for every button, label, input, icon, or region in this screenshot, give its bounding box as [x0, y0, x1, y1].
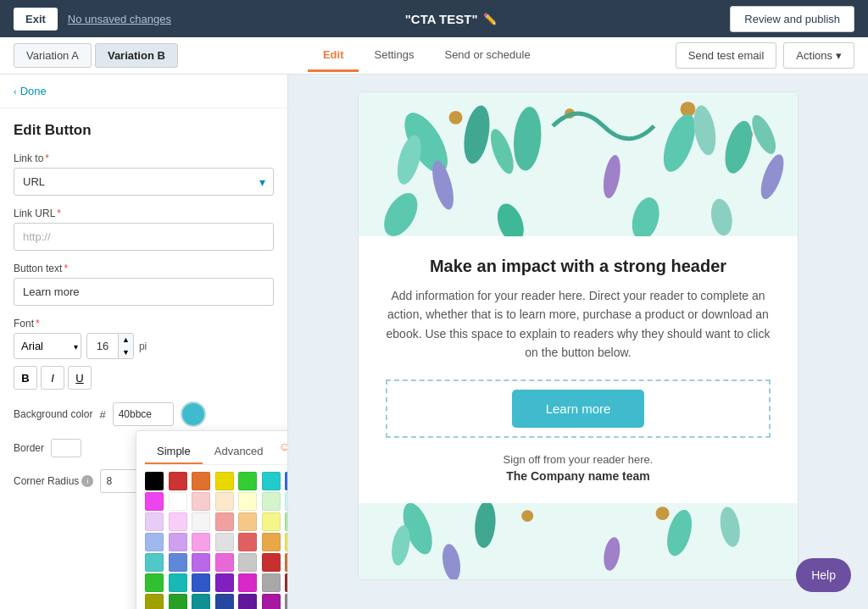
color-cell[interactable] — [238, 594, 257, 609]
color-cell[interactable] — [215, 472, 234, 490]
color-cell[interactable] — [238, 512, 257, 531]
variation-a-tab[interactable]: Variation A — [14, 43, 92, 68]
color-cell[interactable] — [145, 573, 164, 592]
svg-point-6 — [449, 111, 463, 125]
color-cell[interactable] — [169, 492, 187, 511]
font-size-down[interactable]: ▼ — [119, 346, 133, 359]
cta-button[interactable]: Learn more — [512, 390, 645, 428]
signoff-text: Sign off from your reader here. — [386, 453, 771, 466]
color-cell[interactable] — [215, 492, 234, 511]
color-cell[interactable] — [169, 533, 187, 551]
color-cell[interactable] — [215, 553, 234, 572]
color-cell[interactable] — [285, 472, 288, 490]
color-cell[interactable] — [262, 594, 281, 609]
picker-tab-simple[interactable]: Simple — [145, 440, 203, 464]
color-cell[interactable] — [169, 573, 187, 592]
font-size-up[interactable]: ▲ — [119, 334, 133, 346]
help-button[interactable]: Help — [796, 558, 851, 592]
color-cell[interactable] — [262, 492, 281, 511]
color-cell[interactable] — [145, 472, 164, 490]
exit-button[interactable]: Exit — [14, 8, 58, 30]
link-to-group: Link to * URL ▾ — [14, 152, 274, 196]
review-publish-button[interactable]: Review and publish — [730, 6, 854, 32]
variation-tabs: Variation A Variation B — [14, 43, 178, 68]
color-cell[interactable] — [169, 472, 187, 490]
actions-button[interactable]: Actions ▾ — [783, 42, 854, 69]
color-cell[interactable] — [262, 573, 281, 592]
color-cell[interactable] — [285, 573, 288, 592]
tab-edit[interactable]: Edit — [308, 40, 359, 72]
color-cell[interactable] — [169, 512, 187, 531]
color-cell[interactable] — [238, 533, 257, 551]
color-cell[interactable] — [192, 512, 210, 531]
color-cell[interactable] — [192, 492, 210, 511]
done-link[interactable]: ‹ Done — [0, 75, 287, 108]
font-select-wrap: Arial ▾ — [14, 333, 81, 359]
font-size-wrap: ▲ ▼ — [86, 333, 134, 359]
font-size-input[interactable] — [86, 333, 119, 359]
color-hex-input[interactable] — [113, 402, 174, 426]
color-cell[interactable] — [262, 472, 281, 490]
preview-headline: Make an impact with a strong header — [386, 257, 771, 276]
edit-title-icon[interactable]: ✏️ — [483, 13, 497, 25]
color-cell[interactable] — [192, 553, 210, 572]
color-cell[interactable] — [238, 553, 257, 572]
color-cell[interactable] — [285, 512, 288, 531]
color-cell[interactable] — [192, 472, 210, 490]
footer-illustration — [359, 503, 798, 579]
preview-body: Make an impact with a strong header Add … — [359, 236, 798, 503]
italic-button[interactable]: I — [41, 366, 64, 390]
variation-b-tab[interactable]: Variation B — [95, 43, 178, 68]
svg-point-25 — [521, 510, 533, 522]
button-text-group: Button text * — [14, 263, 274, 306]
secondary-bar-right: Send test email Actions ▾ — [676, 42, 854, 69]
button-text-input[interactable] — [14, 278, 274, 306]
tab-settings[interactable]: Settings — [359, 40, 429, 72]
color-cell[interactable] — [215, 573, 234, 592]
color-cell[interactable] — [285, 553, 288, 572]
cta-button-wrap: Learn more — [386, 379, 771, 438]
color-cell[interactable] — [238, 492, 257, 511]
secondary-bar: Variation A Variation B Edit Settings Se… — [0, 37, 868, 75]
picker-tab-advanced[interactable]: Advanced — [203, 440, 275, 464]
send-test-email-button[interactable]: Send test email — [676, 42, 777, 69]
info-icon: i — [81, 475, 93, 487]
color-cell[interactable] — [192, 594, 210, 609]
color-cell[interactable] — [238, 573, 257, 592]
tab-send-or-schedule[interactable]: Send or schedule — [429, 40, 545, 72]
color-cell[interactable] — [285, 492, 288, 511]
color-cell[interactable] — [145, 594, 164, 609]
color-cell[interactable] — [169, 553, 187, 572]
chevron-left-icon: ‹ — [14, 86, 17, 97]
link-url-input[interactable] — [14, 223, 274, 251]
picker-tabs: Simple Advanced ☺ — [145, 440, 288, 465]
color-cell[interactable] — [238, 472, 257, 490]
color-cell[interactable] — [169, 594, 187, 609]
bold-button[interactable]: B — [14, 366, 37, 390]
company-name: The Company name team — [386, 469, 771, 483]
font-select[interactable]: Arial — [14, 333, 81, 359]
color-circle[interactable] — [181, 401, 206, 427]
color-cell[interactable] — [215, 512, 234, 531]
color-cell[interactable] — [145, 492, 164, 511]
unsaved-changes-link[interactable]: No unsaved changes — [68, 13, 171, 25]
top-bar-left: Exit No unsaved changes — [14, 8, 171, 30]
color-cell[interactable] — [145, 512, 164, 531]
color-cell[interactable] — [215, 594, 234, 609]
color-cell[interactable] — [215, 533, 234, 551]
color-cell[interactable] — [145, 553, 164, 572]
color-cell[interactable] — [262, 553, 281, 572]
color-cell[interactable] — [285, 533, 288, 551]
color-cell[interactable] — [262, 533, 281, 551]
color-cell[interactable] — [285, 594, 288, 609]
border-swatch[interactable] — [51, 439, 81, 457]
color-cell[interactable] — [192, 573, 210, 592]
color-cell[interactable] — [145, 533, 164, 551]
link-to-select[interactable]: URL — [14, 168, 274, 196]
done-label: Done — [20, 85, 47, 97]
link-url-label: Link URL * — [14, 208, 274, 219]
required-marker4: * — [36, 318, 40, 329]
color-cell[interactable] — [192, 533, 210, 551]
color-cell[interactable] — [262, 512, 281, 531]
underline-button[interactable]: U — [68, 366, 92, 390]
